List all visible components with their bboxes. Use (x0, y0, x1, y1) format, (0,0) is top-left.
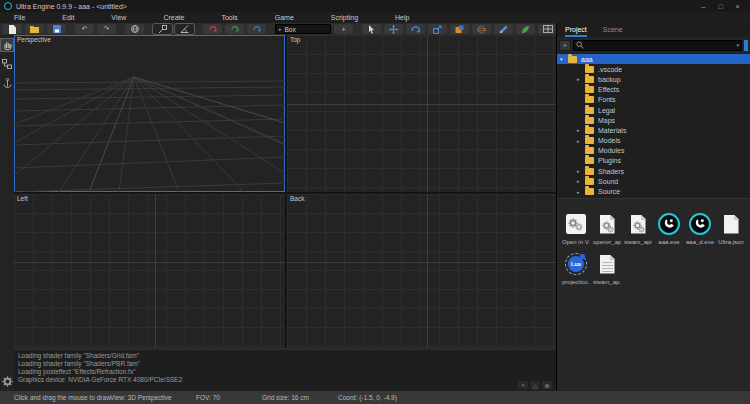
file-aaa-exe[interactable]: aaa.exe (655, 211, 683, 245)
viewport-perspective[interactable]: Perspective (14, 35, 285, 192)
file-ultra-json[interactable]: Ultra.json (717, 211, 745, 245)
viewport-back[interactable]: Back (287, 194, 556, 348)
tree-item-label: Materials (598, 127, 626, 134)
axis-line (287, 104, 556, 105)
anchor-icon (3, 78, 12, 88)
viewport-grid: Perspective (14, 35, 556, 348)
new-file-button[interactable] (3, 24, 22, 34)
viewport-label: Perspective (17, 36, 51, 43)
tab-scene[interactable]: Scene (603, 23, 623, 37)
close-button[interactable]: × (729, 1, 746, 12)
tree-item-label: Models (598, 137, 621, 144)
perspective-grid (14, 35, 285, 192)
sphere-tool-button[interactable] (472, 24, 491, 34)
status-hint: Click and drag the mouse to draw (14, 394, 111, 401)
tree-item-label: Source (598, 188, 620, 195)
thumbnail-size-slider[interactable] (744, 40, 748, 51)
tree-item-effects[interactable]: Effects (557, 85, 750, 95)
tree-item-materials[interactable]: ▸Materials (557, 125, 750, 135)
collapse-all-button[interactable]: + (559, 40, 571, 51)
world-options-button[interactable] (125, 24, 144, 34)
caret-collapsed-icon[interactable]: ▸ (577, 178, 585, 184)
move-tool-button[interactable] (384, 24, 403, 34)
folder-icon (585, 188, 594, 195)
menu-game[interactable]: Game (275, 14, 294, 21)
filter-dropdown-icon[interactable]: ▾ (736, 42, 739, 48)
open-project-button[interactable] (25, 24, 44, 34)
tree-item-legal[interactable]: Legal (557, 105, 750, 115)
console-line: Loading shader family "Shaders/Grid.fam" (18, 352, 556, 360)
pan-tool-button[interactable] (1, 39, 13, 51)
tree-item-sound[interactable]: ▸Sound (557, 176, 750, 186)
grid-snap-toggle[interactable] (153, 24, 172, 34)
caret-collapsed-icon[interactable]: ▸ (577, 138, 585, 144)
search-box[interactable]: ▾ (573, 40, 742, 51)
tree-item-aaa[interactable]: ▾aaa (557, 54, 750, 64)
primitive-dropdown[interactable]: ▸ Box (275, 24, 331, 34)
folder-icon (585, 168, 594, 175)
tab-project[interactable]: Project (565, 23, 587, 37)
file-projecticon-lua[interactable]: Lua projectico... (562, 251, 590, 285)
tree-item-source[interactable]: ▸Source (557, 186, 750, 196)
menu-file[interactable]: File (14, 14, 25, 21)
menu-edit[interactable]: Edit (62, 14, 74, 21)
tree-item-vscode[interactable]: .vscode (557, 64, 750, 74)
file-openvr-api[interactable]: openvr_ap... (593, 211, 621, 245)
tree-item-models[interactable]: ▸Models (557, 136, 750, 146)
layout-quad-icon (543, 25, 553, 33)
rotate-tool-button[interactable] (406, 24, 425, 34)
tree-item-maps[interactable]: Maps (557, 115, 750, 125)
add-primitive-button[interactable]: + (334, 24, 353, 34)
rotate-y-button[interactable] (225, 24, 244, 34)
menu-help[interactable]: Help (395, 14, 409, 21)
undo-button[interactable]: ↶ (75, 24, 94, 34)
file-open-in-vs[interactable]: Open in V... (562, 211, 590, 245)
menu-tools[interactable]: Tools (221, 14, 237, 21)
tree-item-backup[interactable]: ▸backup (557, 74, 750, 84)
redo-button[interactable]: ↷ (97, 24, 116, 34)
scale-tool-button[interactable] (428, 24, 447, 34)
console-warnings-toggle[interactable]: △ (530, 381, 540, 389)
caret-collapsed-icon[interactable]: ▸ (577, 189, 585, 195)
cursor-icon (368, 25, 375, 34)
layout-quad-button[interactable] (538, 24, 557, 34)
anchor-tool-button[interactable] (1, 77, 13, 89)
minimize-button[interactable]: – (695, 1, 712, 12)
file-steam-api-dll[interactable]: steam_api... (624, 211, 652, 245)
rotate-z-button[interactable] (247, 24, 266, 34)
console-panel[interactable]: Loading shader family "Shaders/Grid.fam"… (14, 348, 556, 390)
angle-snap-toggle[interactable] (175, 24, 194, 34)
console-errors-toggle[interactable]: ⊗ (542, 381, 552, 389)
console-messages-toggle[interactable]: ▪ (518, 381, 528, 389)
viewport-left[interactable]: Left (14, 194, 285, 348)
rotate-x-button[interactable] (203, 24, 222, 34)
menu-scripting[interactable]: Scripting (331, 14, 358, 21)
file-steam-appid[interactable]: steam_ap... (593, 251, 621, 285)
caret-collapsed-icon[interactable]: ▸ (577, 76, 585, 82)
file-aaa-d-exe[interactable]: aaa_d.exe (686, 211, 714, 245)
tree-item-shaders[interactable]: ▸Shaders (557, 166, 750, 176)
doc-icon (724, 215, 739, 234)
caret-expanded-icon[interactable]: ▾ (560, 56, 568, 62)
menu-create[interactable]: Create (163, 14, 184, 21)
project-panel: Project Scene + ▾ ▾aaa .vscode ▸backup E… (556, 23, 750, 390)
pencil-tool-button[interactable] (494, 24, 513, 34)
tree-item-modules[interactable]: Modules (557, 146, 750, 156)
search-input[interactable] (586, 42, 734, 49)
save-button[interactable] (47, 24, 66, 34)
maximize-button[interactable]: □ (712, 1, 729, 12)
tree-item-fonts[interactable]: Fonts (557, 95, 750, 105)
menu-view[interactable]: View (111, 14, 126, 21)
caret-collapsed-icon[interactable]: ▸ (577, 127, 585, 133)
axis-line (427, 35, 428, 192)
left-tool-strip (0, 35, 14, 390)
caret-collapsed-icon[interactable]: ▸ (577, 168, 585, 174)
select-tool-button[interactable] (362, 24, 381, 34)
settings-gear-button[interactable] (1, 375, 13, 387)
status-bar: Click and drag the mouse to draw View: 3… (0, 390, 750, 404)
viewport-top[interactable]: Top (287, 35, 556, 192)
foliage-tool-button[interactable] (516, 24, 535, 34)
tree-item-plugins[interactable]: Plugins (557, 156, 750, 166)
node-graph-button[interactable] (1, 58, 13, 70)
texture-tool-button[interactable] (450, 24, 469, 34)
